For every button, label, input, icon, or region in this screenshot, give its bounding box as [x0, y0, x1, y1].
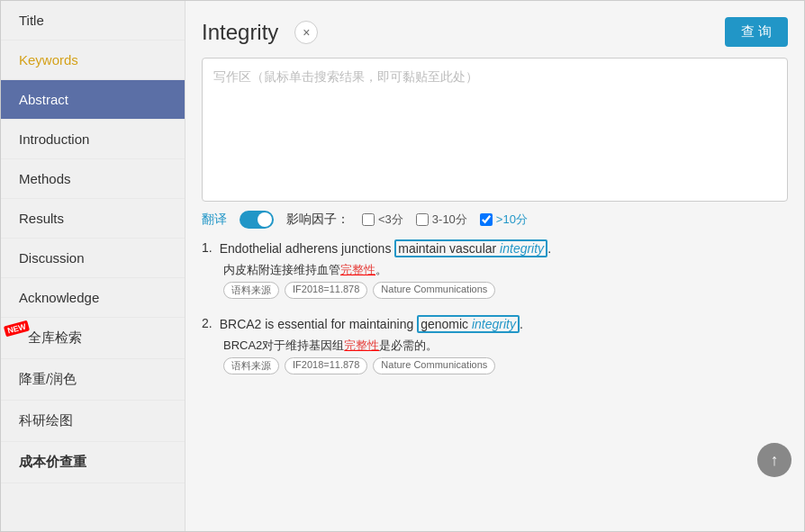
result-1-tags: 语料来源 IF2018=11.878 Nature Communications [223, 282, 788, 299]
sidebar-item-keywords[interactable]: Keywords [1, 41, 185, 80]
result-1-header: 1. Endothelial adherens junctions mainta… [202, 239, 788, 258]
sidebar-item-jiangchong[interactable]: 降重/润色 [1, 359, 185, 401]
sidebar-item-introduction[interactable]: Introduction [1, 120, 185, 159]
filter-bar: 翻译 影响因子： <3分 3-10分 >10分 [202, 211, 788, 229]
sidebar-item-quan-search[interactable]: NEW 全库检索 [1, 318, 185, 359]
app-window: Title Keywords Abstract Introduction Met… [0, 0, 805, 532]
sidebar: Title Keywords Abstract Introduction Met… [1, 1, 185, 531]
translate-toggle[interactable] [240, 211, 274, 229]
result-2-header: 2. BRCA2 is essential for maintaining ge… [202, 315, 788, 334]
tag-source-1: 语料来源 [223, 282, 279, 299]
sidebar-item-methods[interactable]: Methods [1, 159, 185, 199]
translate-label: 翻译 [202, 212, 227, 228]
tag-if-1: IF2018=11.878 [285, 282, 367, 299]
scroll-top-button[interactable]: ↑ [757, 443, 791, 477]
sidebar-item-drawing[interactable]: 科研绘图 [1, 401, 185, 442]
filter-gt10-checkbox[interactable] [480, 213, 493, 226]
sidebar-item-results[interactable]: Results [1, 199, 185, 239]
new-badge: NEW [4, 320, 30, 338]
sidebar-item-acknowledge[interactable]: Acknowledge [1, 278, 185, 318]
results-area: 1. Endothelial adherens junctions mainta… [202, 239, 788, 522]
main-content: Integrity × 查 询 写作区（鼠标单击搜索结果，即可黏贴至此处） 翻译… [185, 1, 804, 531]
result-2-chinese: BRCA2对于维持基因组完整性是必需的。 [223, 338, 788, 354]
sidebar-item-discussion[interactable]: Discussion [1, 239, 185, 278]
result-1-text: Endothelial adherens junctions maintain … [220, 239, 551, 258]
result-1-number: 1. [202, 239, 213, 255]
result-2-highlight: genomic integrity [417, 315, 520, 333]
result-1-chinese: 内皮粘附连接维持血管完整性。 [223, 262, 788, 278]
filter-3to10[interactable]: 3-10分 [416, 212, 467, 228]
result-2-tags: 语料来源 IF2018=11.878 Nature Communications [223, 357, 788, 374]
close-button[interactable]: × [294, 21, 318, 44]
tag-source-2: 语料来源 [223, 357, 279, 374]
search-bar: Integrity × 查 询 [202, 17, 788, 47]
search-title: Integrity [202, 20, 278, 45]
sidebar-item-abstract[interactable]: Abstract [1, 80, 185, 120]
filter-lt3-checkbox[interactable] [362, 213, 375, 226]
writing-area[interactable]: 写作区（鼠标单击搜索结果，即可黏贴至此处） [202, 58, 788, 202]
tag-journal-1: Nature Communications [373, 282, 495, 299]
tag-if-2: IF2018=11.878 [285, 357, 367, 374]
arrow-up-icon: ↑ [771, 451, 779, 470]
impact-factor-label: 影响因子： [286, 212, 349, 228]
tag-journal-2: Nature Communications [373, 357, 495, 374]
sidebar-item-title[interactable]: Title [1, 1, 185, 41]
search-button[interactable]: 查 询 [725, 17, 788, 47]
result-2-text: BRCA2 is essential for maintaining genom… [220, 315, 523, 334]
filter-lt3[interactable]: <3分 [362, 212, 403, 228]
filter-gt10[interactable]: >10分 [480, 212, 528, 228]
result-item-1: 1. Endothelial adherens junctions mainta… [202, 239, 788, 299]
result-item-2: 2. BRCA2 is essential for maintaining ge… [202, 315, 788, 374]
sidebar-item-cost[interactable]: 成本价查重 [1, 442, 185, 483]
filter-3to10-checkbox[interactable] [416, 213, 429, 226]
result-2-number: 2. [202, 315, 213, 330]
result-1-highlight: maintain vascular integrity [394, 239, 547, 257]
